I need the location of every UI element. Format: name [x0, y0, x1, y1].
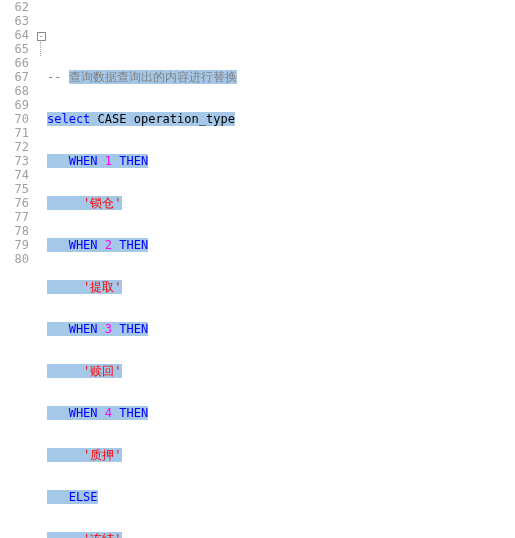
fold-column: -	[35, 0, 47, 538]
sql-editor[interactable]: 62 63 64 65 66 67 68 69 70 71 72 73 74 7…	[0, 0, 515, 538]
line-gutter: 62 63 64 65 66 67 68 69 70 71 72 73 74 7…	[0, 0, 35, 538]
code-area[interactable]: -- 查询数据查询出的内容进行替换 select CASE operation_…	[47, 0, 515, 538]
fold-toggle-icon[interactable]: -	[37, 32, 46, 41]
